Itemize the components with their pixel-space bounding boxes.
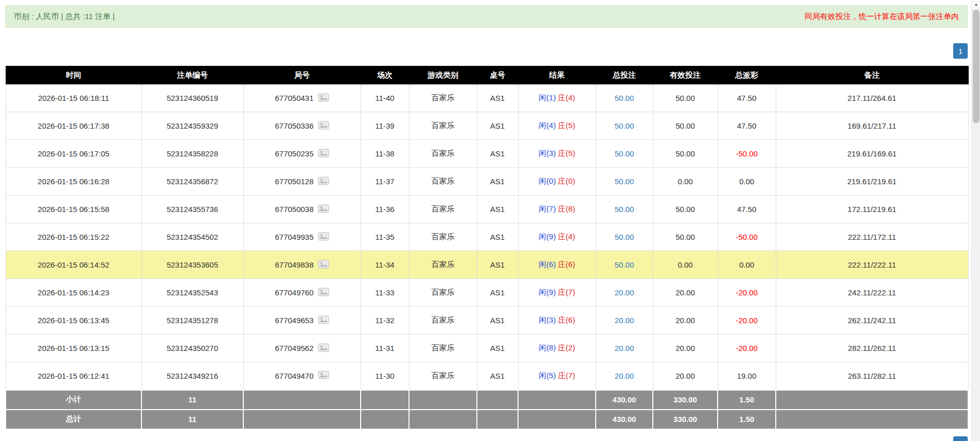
round-number: 677050235 <box>275 149 313 158</box>
cell-round: 677049760 <box>243 279 361 307</box>
round-result-image-icon[interactable] <box>318 260 329 270</box>
cell-time: 2026-01-15 06:17:05 <box>6 140 141 168</box>
cell-game-type: 百家乐 <box>409 362 477 390</box>
total-bet-link[interactable]: 20.00 <box>615 288 634 297</box>
total-bet-link[interactable]: 50.00 <box>615 121 634 130</box>
cell-round: 677050235 <box>243 140 361 168</box>
grand-total-empty-cell <box>243 410 361 429</box>
cell-payout: -50.00 <box>718 223 776 251</box>
cell-session: 11-37 <box>361 168 409 196</box>
pagination-bottom: 1 <box>953 436 968 441</box>
cell-round: 677049562 <box>243 334 361 362</box>
cell-total-bet: 50.00 <box>596 223 653 251</box>
result-player: 闲(3) <box>539 149 556 157</box>
round-result-image-icon[interactable] <box>318 149 329 159</box>
total-bet-link[interactable]: 20.00 <box>615 372 634 380</box>
cell-result: 闲(9) 庄(7) <box>518 279 596 307</box>
cell-game-type: 百家乐 <box>409 223 477 251</box>
subtotal-label: 小计 <box>6 390 141 410</box>
cell-total-bet: 20.00 <box>596 307 653 334</box>
total-bet-link[interactable]: 20.00 <box>615 344 634 352</box>
cell-table-no: AS1 <box>477 196 518 223</box>
round-result-image-icon[interactable] <box>318 93 329 103</box>
cell-round: 677049653 <box>243 307 361 334</box>
cell-time: 2026-01-15 06:13:15 <box>6 334 141 362</box>
result-player: 闲(0) <box>539 177 556 185</box>
cell-remark: 242.11/222.11 <box>776 279 968 307</box>
cell-remark: 282.11/262.11 <box>776 334 968 362</box>
cell-total-bet: 20.00 <box>596 362 653 390</box>
cell-remark: 172.11/219.61 <box>776 196 968 223</box>
cell-table-no: AS1 <box>477 251 518 279</box>
cell-remark: 217.11/264.61 <box>776 84 968 112</box>
round-result-image-icon[interactable] <box>318 177 329 187</box>
cell-payout: -20.00 <box>718 334 776 362</box>
cell-result: 闲(3) 庄(5) <box>518 140 596 168</box>
vertical-scrollbar[interactable]: ▲ <box>971 0 980 441</box>
cell-table-no: AS1 <box>477 140 518 168</box>
col-remark: 备注 <box>776 66 968 84</box>
round-number: 677049838 <box>275 260 313 269</box>
cell-session: 11-36 <box>361 196 409 223</box>
page: 币别 : 人民币 | 总共 :11 注单 | 同局有效投注，统一计算在该局第一张… <box>0 0 980 441</box>
grand-total-empty-cell <box>361 410 409 429</box>
grand-total-total-bet: 430.00 <box>596 410 653 429</box>
cell-total-bet: 20.00 <box>596 334 653 362</box>
col-result: 结果 <box>518 66 596 84</box>
cell-bet-id: 523124353605 <box>141 251 243 279</box>
round-number: 677049935 <box>275 233 313 241</box>
total-bet-link[interactable]: 50.00 <box>615 233 634 241</box>
cell-bet-id: 523124350270 <box>141 334 243 362</box>
cell-result: 闲(1) 庄(4) <box>518 84 596 112</box>
cell-round: 677049838 <box>243 251 361 279</box>
cell-result: 闲(3) 庄(6) <box>518 307 596 334</box>
cell-valid-bet: 50.00 <box>653 196 718 223</box>
cell-bet-id: 523124358228 <box>141 140 243 168</box>
cell-payout: 47.50 <box>718 196 776 223</box>
round-result-image-icon[interactable] <box>318 371 329 381</box>
total-bet-link[interactable]: 50.00 <box>615 94 634 102</box>
result-player: 闲(3) <box>539 315 556 324</box>
result-player: 闲(8) <box>539 343 556 352</box>
page-button-1-bottom[interactable]: 1 <box>953 436 968 441</box>
scrollbar-thumb[interactable] <box>973 10 979 123</box>
table-row: 2026-01-15 06:14:23523124352543677049760… <box>6 279 968 307</box>
round-number: 677050128 <box>275 177 313 186</box>
round-result-image-icon[interactable] <box>318 288 329 298</box>
col-total-bet: 总投注 <box>596 66 653 84</box>
round-result-image-icon[interactable] <box>318 315 329 326</box>
round-number: 677049760 <box>275 288 313 297</box>
cell-game-type: 百家乐 <box>409 251 477 279</box>
cell-valid-bet: 0.00 <box>653 168 718 196</box>
subtotal-empty-cell <box>409 390 477 410</box>
cell-game-type: 百家乐 <box>409 168 477 196</box>
total-bet-link[interactable]: 20.00 <box>615 316 634 325</box>
table-row: 2026-01-15 06:13:15523124350270677049562… <box>6 334 968 362</box>
result-banker: 庄(6) <box>558 315 575 324</box>
cell-remark: 222.11/222.11 <box>776 251 968 279</box>
cell-session: 11-38 <box>361 140 409 168</box>
cell-bet-id: 523124359329 <box>141 112 243 140</box>
scrollbar-up-arrow-icon[interactable]: ▲ <box>972 0 980 9</box>
grand-total-empty-cell <box>518 410 596 429</box>
grand-total-count: 11 <box>141 410 243 429</box>
cell-valid-bet: 20.00 <box>653 279 718 307</box>
grand-total-row: 总计 11 430.00 330.00 1.50 <box>6 410 968 429</box>
cell-time: 2026-01-15 06:15:58 <box>6 196 141 223</box>
total-bet-link[interactable]: 50.00 <box>615 205 634 214</box>
round-result-image-icon[interactable] <box>318 204 329 215</box>
table-row: 2026-01-15 06:13:45523124351278677049653… <box>6 307 968 334</box>
total-bet-link[interactable]: 50.00 <box>615 149 634 158</box>
grand-total-label: 总计 <box>6 410 141 429</box>
total-bet-link[interactable]: 50.00 <box>615 260 634 269</box>
table-row: 2026-01-15 06:15:22523124354502677049935… <box>6 223 968 251</box>
cell-round: 677050038 <box>243 196 361 223</box>
page-button-1[interactable]: 1 <box>953 43 968 59</box>
round-result-image-icon[interactable] <box>318 343 329 354</box>
cell-time: 2026-01-15 06:18:11 <box>6 84 141 112</box>
round-result-image-icon[interactable] <box>318 232 329 242</box>
cell-session: 11-35 <box>361 223 409 251</box>
table-row: 2026-01-15 06:12:41523124349216677049470… <box>6 362 968 390</box>
round-result-image-icon[interactable] <box>318 121 329 131</box>
total-bet-link[interactable]: 50.00 <box>615 177 634 186</box>
